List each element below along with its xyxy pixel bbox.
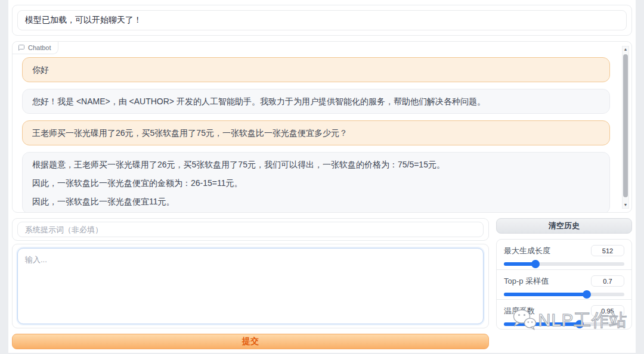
status-textbox-block — [12, 5, 632, 36]
temperature-label: 温度系数 — [504, 306, 535, 316]
system-prompt-block — [12, 218, 489, 241]
scrollbar-thumb[interactable] — [623, 54, 628, 197]
scroll-down-arrow-icon[interactable]: ▼ — [623, 202, 628, 208]
message-input-block — [12, 244, 489, 328]
chat-message-text: 根据题意，王老师买一张光碟用了26元，买5张软盘用了75元，我们可以得出，一张软… — [32, 160, 600, 169]
chatbot-panel: Chatbot 你好 您好！我是 <NAME>，由 <AUTHOR> 开发的人工… — [12, 41, 632, 213]
slider-fill — [504, 262, 535, 266]
slider-thumb[interactable] — [575, 320, 584, 328]
chatbot-label: Chatbot — [13, 42, 58, 54]
top-p-value-input[interactable] — [591, 275, 624, 287]
chat-message-bot: 根据题意，王老师买一张光碟用了26元，买5张软盘用了75元，我们可以得出，一张软… — [22, 152, 610, 213]
chatbot-label-text: Chatbot — [28, 44, 51, 51]
max-length-value-input[interactable] — [591, 245, 624, 256]
slider-thumb[interactable] — [531, 260, 540, 268]
clear-history-button[interactable]: 清空历史 — [496, 218, 632, 234]
chat-scrollbar[interactable]: ▲ ▼ — [622, 46, 629, 209]
settings-column: 清空历史 最大生成长度 Top-p 采样值 — [496, 218, 632, 349]
chat-message-text: 因此，一张软盘比一张光盘便宜11元。 — [32, 197, 600, 206]
max-length-param: 最大生成长度 — [497, 240, 631, 269]
max-length-label: 最大生成长度 — [504, 246, 550, 256]
top-p-param: Top-p 采样值 — [497, 269, 631, 299]
status-textbox[interactable] — [17, 10, 627, 30]
message-textarea[interactable] — [17, 248, 484, 324]
temperature-value-input[interactable] — [591, 305, 624, 316]
submit-button[interactable]: 提交 — [12, 334, 489, 349]
bottom-row: 提交 清空历史 最大生成长度 — [12, 218, 632, 349]
chat-message-text: 王老师买一张光碟用了26元，买5张软盘用了75元，一张软盘比一张光盘便宜多少元？ — [32, 128, 600, 138]
slider-fill — [504, 322, 580, 326]
chat-message-text: 你好 — [32, 65, 600, 74]
chat-bubble-icon — [18, 44, 25, 51]
max-length-slider[interactable] — [504, 260, 624, 268]
top-p-label: Top-p 采样值 — [504, 276, 549, 287]
chat-message-user: 你好 — [22, 57, 610, 82]
slider-thumb[interactable] — [583, 290, 591, 299]
slider-fill — [504, 293, 587, 296]
chat-message-list: 你好 您好！我是 <NAME>，由 <AUTHOR> 开发的人工智能助手。我致力… — [13, 42, 631, 213]
parameters-panel: 最大生成长度 Top-p 采样值 — [496, 239, 632, 330]
chat-message-user: 王老师买一张光碟用了26元，买5张软盘用了75元，一张软盘比一张光盘便宜多少元？ — [22, 120, 610, 145]
system-prompt-input[interactable] — [17, 222, 484, 237]
temperature-param: 温度系数 — [497, 299, 631, 329]
chat-message-text: 您好！我是 <NAME>，由 <AUTHOR> 开发的人工智能助手。我致力于为用… — [32, 97, 600, 106]
input-column: 提交 — [12, 218, 489, 349]
scroll-up-arrow-icon[interactable]: ▲ — [623, 46, 628, 52]
chat-message-bot: 您好！我是 <NAME>，由 <AUTHOR> 开发的人工智能助手。我致力于为用… — [22, 89, 610, 114]
gradio-app: Chatbot 你好 您好！我是 <NAME>，由 <AUTHOR> 开发的人工… — [8, 0, 636, 353]
chat-message-text: 因此，一张软盘比一张光盘便宜的金额为：26-15=11元。 — [32, 178, 600, 188]
top-p-slider[interactable] — [504, 290, 624, 299]
temperature-slider[interactable] — [504, 320, 624, 328]
